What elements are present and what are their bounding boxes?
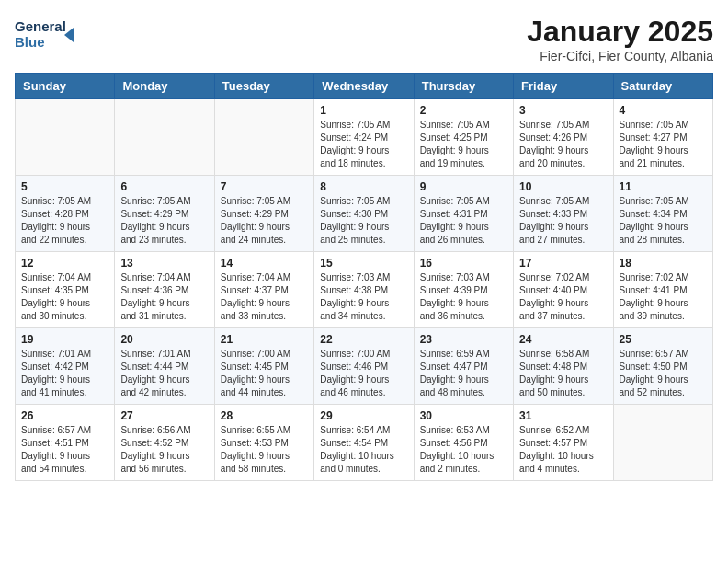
weekday-header-sunday: Sunday	[16, 74, 115, 99]
day-number: 16	[420, 257, 507, 270]
calendar-cell: 1Sunrise: 7:05 AMSunset: 4:24 PMDaylight…	[314, 99, 414, 176]
day-number: 4	[620, 104, 707, 117]
cell-line: Daylight: 9 hours	[221, 221, 308, 234]
cell-line: and 30 minutes.	[21, 310, 108, 323]
weekday-header-monday: Monday	[115, 74, 214, 99]
cell-line: and 33 minutes.	[221, 310, 308, 323]
cell-line: Sunset: 4:38 PM	[320, 284, 407, 297]
cell-line: Sunset: 4:29 PM	[221, 208, 308, 221]
calendar-cell: 16Sunrise: 7:03 AMSunset: 4:39 PMDayligh…	[414, 252, 513, 328]
day-number: 27	[120, 409, 208, 422]
title-block: January 2025 Fier-Cifci, Fier County, Al…	[527, 15, 713, 63]
cell-line: Daylight: 9 hours	[420, 373, 507, 386]
cell-line: Sunset: 4:27 PM	[620, 132, 707, 144]
calendar-cell: 29Sunrise: 6:54 AMSunset: 4:54 PMDayligh…	[314, 405, 414, 481]
cell-line: Sunset: 4:47 PM	[420, 361, 507, 373]
calendar-cell: 15Sunrise: 7:03 AMSunset: 4:38 PMDayligh…	[314, 252, 414, 328]
cell-line: Sunset: 4:51 PM	[21, 437, 108, 450]
cell-line: and 4 minutes.	[519, 463, 607, 476]
cell-line: Sunset: 4:44 PM	[120, 361, 208, 373]
cell-line: and 31 minutes.	[120, 310, 208, 323]
cell-line: Sunset: 4:31 PM	[420, 208, 507, 221]
cell-line: Sunset: 4:48 PM	[519, 361, 607, 373]
calendar-week-3: 12Sunrise: 7:04 AMSunset: 4:35 PMDayligh…	[16, 252, 713, 328]
cell-line: Daylight: 9 hours	[120, 450, 208, 463]
cell-line: and 52 minutes.	[620, 386, 707, 399]
calendar-cell: 31Sunrise: 6:52 AMSunset: 4:57 PMDayligh…	[514, 405, 613, 481]
cell-line: Sunset: 4:41 PM	[620, 284, 707, 297]
cell-line: Daylight: 9 hours	[21, 450, 108, 463]
cell-line: Daylight: 9 hours	[519, 373, 607, 386]
cell-line: Daylight: 9 hours	[320, 221, 407, 234]
cell-line: Sunset: 4:25 PM	[420, 132, 507, 144]
weekday-header-tuesday: Tuesday	[214, 74, 313, 99]
cell-line: Sunset: 4:57 PM	[519, 437, 607, 450]
calendar-cell	[115, 99, 214, 176]
calendar-cell: 11Sunrise: 7:05 AMSunset: 4:34 PMDayligh…	[613, 176, 712, 252]
cell-line: and 41 minutes.	[21, 386, 108, 399]
cell-line: Daylight: 9 hours	[620, 297, 707, 310]
weekday-header-row: SundayMondayTuesdayWednesdayThursdayFrid…	[16, 74, 713, 99]
cell-line: Sunset: 4:52 PM	[120, 437, 208, 450]
day-number: 9	[420, 180, 507, 193]
cell-line: Daylight: 9 hours	[519, 297, 607, 310]
cell-line: Daylight: 9 hours	[420, 221, 507, 234]
weekday-header-wednesday: Wednesday	[314, 74, 414, 99]
day-number: 8	[320, 180, 407, 193]
calendar-week-2: 5Sunrise: 7:05 AMSunset: 4:28 PMDaylight…	[16, 176, 713, 252]
calendar-cell: 7Sunrise: 7:05 AMSunset: 4:29 PMDaylight…	[214, 176, 313, 252]
cell-line: Sunset: 4:46 PM	[320, 361, 407, 373]
cell-line: Sunrise: 7:05 AM	[519, 195, 607, 208]
cell-line: Sunset: 4:37 PM	[221, 284, 308, 297]
cell-line: Sunset: 4:40 PM	[519, 284, 607, 297]
cell-line: Sunrise: 7:05 AM	[120, 195, 208, 208]
cell-line: and 28 minutes.	[620, 234, 707, 247]
cell-line: Daylight: 9 hours	[120, 221, 208, 234]
day-number: 5	[21, 180, 108, 193]
day-number: 2	[420, 104, 507, 117]
cell-line: and 39 minutes.	[620, 310, 707, 323]
cell-line: Daylight: 9 hours	[620, 144, 707, 157]
day-number: 15	[320, 257, 407, 270]
calendar-week-4: 19Sunrise: 7:01 AMSunset: 4:42 PMDayligh…	[16, 328, 713, 405]
calendar-cell: 18Sunrise: 7:02 AMSunset: 4:41 PMDayligh…	[613, 252, 712, 328]
cell-line: and 58 minutes.	[221, 463, 308, 476]
cell-line: Daylight: 9 hours	[221, 297, 308, 310]
cell-line: and 46 minutes.	[320, 386, 407, 399]
calendar-cell: 17Sunrise: 7:02 AMSunset: 4:40 PMDayligh…	[514, 252, 613, 328]
cell-line: Sunrise: 7:05 AM	[320, 195, 407, 208]
cell-line: and 19 minutes.	[420, 157, 507, 170]
calendar-cell: 14Sunrise: 7:04 AMSunset: 4:37 PMDayligh…	[214, 252, 313, 328]
cell-line: Daylight: 9 hours	[320, 297, 407, 310]
cell-line: and 44 minutes.	[221, 386, 308, 399]
cell-line: Sunset: 4:26 PM	[519, 132, 607, 144]
cell-line: Sunrise: 6:55 AM	[221, 424, 308, 437]
calendar-cell: 6Sunrise: 7:05 AMSunset: 4:29 PMDaylight…	[115, 176, 214, 252]
cell-line: Daylight: 10 hours	[519, 450, 607, 463]
cell-line: and 48 minutes.	[420, 386, 507, 399]
cell-line: Sunrise: 7:04 AM	[221, 271, 308, 284]
day-number: 6	[120, 180, 208, 193]
day-number: 28	[221, 409, 308, 422]
day-number: 18	[620, 257, 707, 270]
cell-line: Sunrise: 6:57 AM	[21, 424, 108, 437]
calendar-cell: 30Sunrise: 6:53 AMSunset: 4:56 PMDayligh…	[414, 405, 513, 481]
cell-line: Daylight: 9 hours	[320, 144, 407, 157]
day-number: 21	[221, 333, 308, 346]
cell-line: Daylight: 9 hours	[620, 373, 707, 386]
cell-line: Sunrise: 6:52 AM	[519, 424, 607, 437]
day-number: 10	[519, 180, 607, 193]
cell-line: and 0 minutes.	[320, 463, 407, 476]
day-number: 31	[519, 409, 607, 422]
cell-line: and 20 minutes.	[519, 157, 607, 170]
cell-line: Sunrise: 7:01 AM	[120, 348, 208, 361]
weekday-header-friday: Friday	[514, 74, 613, 99]
cell-line: Sunrise: 7:05 AM	[420, 195, 507, 208]
cell-line: Sunrise: 7:02 AM	[519, 271, 607, 284]
cell-line: Sunset: 4:36 PM	[120, 284, 208, 297]
cell-line: Sunset: 4:54 PM	[320, 437, 407, 450]
cell-line: Sunset: 4:24 PM	[320, 132, 407, 144]
cell-line: and 21 minutes.	[620, 157, 707, 170]
calendar-cell: 21Sunrise: 7:00 AMSunset: 4:45 PMDayligh…	[214, 328, 313, 405]
calendar-cell: 28Sunrise: 6:55 AMSunset: 4:53 PMDayligh…	[214, 405, 313, 481]
